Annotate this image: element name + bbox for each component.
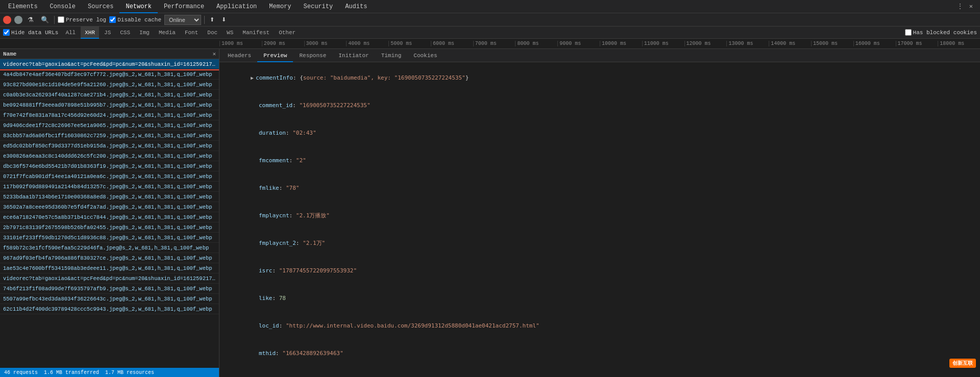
request-item-14[interactable]: 36502a7a8ceee95d360b7e5fd4f2a7ad.jpeg@s_… xyxy=(0,202,219,212)
tab-sources[interactable]: Sources xyxy=(82,0,119,13)
request-item-2[interactable]: 93c827bd00e18c1d104de5e9f5a21260.jpeg@s_… xyxy=(0,80,219,90)
json-comment-info: ▶commentInfo: {source: "baidumedia", key… xyxy=(224,64,976,92)
disable-cache-input[interactable] xyxy=(109,16,116,23)
request-name-11: 0721f7fcab901df14ee1a40121a0ea6c.jpeg@s_… xyxy=(3,173,216,180)
request-item-15[interactable]: ece6a7182470e57c5a8b371b41cc7844.jpeg@s_… xyxy=(0,212,219,222)
json-fmcomment: fmcomment: "2" xyxy=(224,147,976,174)
detail-tab-timing[interactable]: Timing xyxy=(375,49,408,62)
hide-data-urls-checkbox[interactable]: Hide data URLs xyxy=(3,29,58,36)
hide-data-urls-input[interactable] xyxy=(3,29,10,36)
request-item-20[interactable]: 1ae53c4e7600bff5341598ab3edeee11.jpeg@s_… xyxy=(0,263,219,273)
json-isrc: isrc: "178774557220997553932" xyxy=(224,257,976,285)
tab-audits[interactable]: Audits xyxy=(339,0,373,13)
tab-memory[interactable]: Memory xyxy=(263,0,297,13)
disable-cache-label: Disable cache xyxy=(117,17,161,23)
request-item-18[interactable]: f589b72c3e1fcf590efaa5c229d46fa.jpeg@s_2… xyxy=(0,243,219,253)
filter-tab-other[interactable]: Other xyxy=(275,27,300,39)
request-item-19[interactable]: 967ad9f03efb4fa7906a886f830327ce.jpeg@s_… xyxy=(0,253,219,263)
json-fmlike: fmlike: "78" xyxy=(224,174,976,202)
request-item-9[interactable]: e300826a6eaa3c8c140ddd626c5fc200.jpeg@s_… xyxy=(0,151,219,161)
filter-tab-css[interactable]: CSS xyxy=(116,27,134,39)
tab-network[interactable]: Network xyxy=(119,0,157,13)
filter-tab-font[interactable]: Font xyxy=(181,27,202,39)
json-like: like: 78 xyxy=(224,285,976,312)
status-bar: 46 requests 1.6 MB transferred 1.7 MB re… xyxy=(0,368,219,377)
has-blocked-cookies-label: Has blocked cookies xyxy=(913,30,977,36)
detail-tab-preview[interactable]: Preview xyxy=(257,49,293,62)
has-blocked-cookies-input[interactable] xyxy=(905,29,912,36)
request-name-12: 117b092f09d889491a2144b84d13257c.jpeg@s_… xyxy=(3,184,216,190)
filter-tab-doc[interactable]: Doc xyxy=(203,27,222,39)
tab-console[interactable]: Console xyxy=(44,0,82,13)
import-icon[interactable]: ⬆ xyxy=(208,15,216,24)
request-name-17: 33101ef233ff59db1270d5c1d8936c88.jpeg@s_… xyxy=(3,235,216,241)
tab-elements[interactable]: Elements xyxy=(2,0,44,13)
tl-17000: 17000 ms xyxy=(896,41,938,46)
json-mthid: mthid: "1663428892639463" xyxy=(224,340,976,367)
tab-security[interactable]: Security xyxy=(298,0,339,13)
request-item-23[interactable]: 5507a99efbc43ed3da8034f36226643c.jpeg@s_… xyxy=(0,294,219,304)
request-item-13[interactable]: 5233bdaa1b7134b6e1710e00368a8ed8.jpeg@s_… xyxy=(0,192,219,202)
record-button[interactable] xyxy=(3,16,11,24)
preserve-log-checkbox[interactable]: Preserve log xyxy=(58,16,106,23)
request-item-0[interactable]: videorec?tab=gaoxiao&act=pcFeed&pd=pc&nu… xyxy=(0,59,219,69)
close-panel-icon[interactable]: ✕ xyxy=(209,51,219,57)
filter-tab-js[interactable]: JS xyxy=(100,27,115,39)
request-item-1[interactable]: 4a4db847e4aef36e407bdf3ec97cf772.jpeg@s_… xyxy=(0,69,219,80)
detail-tab-headers[interactable]: Headers xyxy=(222,49,257,62)
request-item-21[interactable]: videorec?tab=gaoxiao&act=pcFeed&pd=pc&nu… xyxy=(0,273,219,284)
logo-badge: 创新互联 xyxy=(949,359,976,368)
request-list-panel: Name ✕ videorec?tab=gaoxiao&act=pcFeed&p… xyxy=(0,49,219,377)
clear-button[interactable] xyxy=(14,16,22,24)
tab-application[interactable]: Application xyxy=(210,0,263,13)
request-item-11[interactable]: 0721f7fcab901df14ee1a40121a0ea6c.jpeg@s_… xyxy=(0,171,219,182)
close-devtools-icon[interactable]: ✕ xyxy=(968,2,974,11)
has-blocked-cookies-checkbox[interactable]: Has blocked cookies xyxy=(905,29,977,36)
filter-tab-all[interactable]: All xyxy=(61,27,80,39)
request-name-3: c0a0b3e3ca262934f40a1287cae271b4.jpeg@s_… xyxy=(3,92,216,98)
disable-cache-checkbox[interactable]: Disable cache xyxy=(109,16,161,23)
request-name-22: 74b6f213f1f08ad99de7f6935797afb9.jpeg@s_… xyxy=(3,286,216,292)
export-icon[interactable]: ⬇ xyxy=(219,15,228,24)
detail-tabs: Headers Preview Response Initiator Timin… xyxy=(219,49,980,62)
request-item-4[interactable]: be09248881ff3eeead07898e51b995b7.jpeg@s_… xyxy=(0,100,219,110)
request-item-24[interactable]: 62c11b4d2f400dc39789428ccc5c9943.jpeg@s_… xyxy=(0,304,219,314)
request-item-5[interactable]: f70e742f8e831a78a17c456d92e60d24.jpeg@s_… xyxy=(0,110,219,120)
request-item-3[interactable]: c0a0b3e3ca262934f40a1287cae271b4.jpeg@s_… xyxy=(0,90,219,100)
filter-tab-xhr[interactable]: XHR xyxy=(81,27,99,39)
search-icon[interactable]: 🔍 xyxy=(39,15,51,24)
filter-tab-media[interactable]: Media xyxy=(155,27,180,39)
detail-tab-initiator[interactable]: Initiator xyxy=(332,49,375,62)
tl-15000: 15000 ms xyxy=(811,41,853,46)
request-item-10[interactable]: dbc36f5746e6bd55421b7d01b8363f19.jpeg@s_… xyxy=(0,161,219,171)
filter-tab-img[interactable]: Img xyxy=(135,27,154,39)
request-item-7[interactable]: 83cbb57ad6a06fbc1ff16030862c7259.jpeg@s_… xyxy=(0,131,219,141)
request-item-8[interactable]: ed5dc02bbf850cf39d3377d51eb915da.jpeg@s_… xyxy=(0,141,219,151)
request-name-10: dbc36f5746e6bd55421b7d01b8363f19.jpeg@s_… xyxy=(3,163,216,169)
request-list-body[interactable]: videorec?tab=gaoxiao&act=pcFeed&pd=pc&nu… xyxy=(0,59,219,368)
preserve-log-input[interactable] xyxy=(58,16,64,23)
request-item-16[interactable]: 2b7971c83139f2675598b526bfa02455.jpeg@s_… xyxy=(0,222,219,233)
request-item-17[interactable]: 33101ef233ff59db1270d5c1d8936c88.jpeg@s_… xyxy=(0,233,219,243)
tl-4000: 4000 ms xyxy=(346,41,388,46)
request-item-22[interactable]: 74b6f213f1f08ad99de7f6935797afb9.jpeg@s_… xyxy=(0,284,219,294)
request-name-13: 5233bdaa1b7134b6e1710e00368a8ed8.jpeg@s_… xyxy=(3,194,216,200)
request-name-16: 2b7971c83139f2675598b526bfa02455.jpeg@s_… xyxy=(3,224,216,231)
request-name-14: 36502a7a8ceee95d360b7e5fd4f2a7ad.jpeg@s_… xyxy=(3,204,216,210)
timeline-bar: 1000 ms 2000 ms 3000 ms 4000 ms 5000 ms … xyxy=(0,39,980,49)
detail-tab-response[interactable]: Response xyxy=(293,49,332,62)
request-item-12[interactable]: 117b092f09d889491a2144b84d13257c.jpeg@s_… xyxy=(0,182,219,192)
timeline-labels: 1000 ms 2000 ms 3000 ms 4000 ms 5000 ms … xyxy=(0,41,980,46)
filter-icon[interactable]: ⚗ xyxy=(26,15,36,24)
request-item-6[interactable]: 9d9406cdee1f72c8c26967ee5e1a9065.jpeg@s_… xyxy=(0,120,219,131)
filter-tab-manifest[interactable]: Manifest xyxy=(238,27,274,39)
tl-6000: 6000 ms xyxy=(431,41,473,46)
tab-performance[interactable]: Performance xyxy=(158,0,210,13)
tl-7000: 7000 ms xyxy=(473,41,516,46)
filter-tab-ws[interactable]: WS xyxy=(223,27,237,39)
detail-tab-cookies[interactable]: Cookies xyxy=(407,49,443,62)
throttle-select[interactable]: Online Fast 3G Slow 3G Offline xyxy=(164,15,201,25)
request-name-4: be09248881ff3eeead07898e51b995b7.jpeg@s_… xyxy=(3,102,216,108)
tl-5000: 5000 ms xyxy=(388,41,431,46)
settings-icon[interactable]: ⋮ xyxy=(956,2,964,11)
